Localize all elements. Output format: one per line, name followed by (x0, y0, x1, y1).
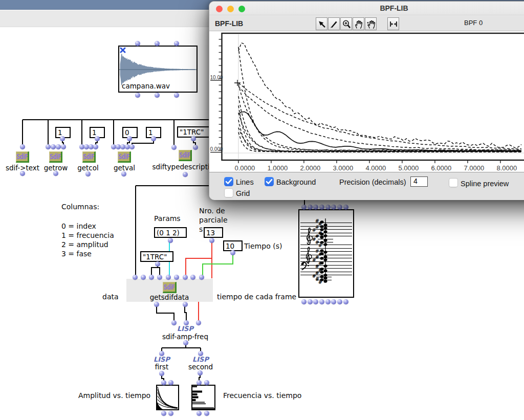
port-ball[interactable] (183, 340, 188, 345)
lisp-icon-second[interactable]: LISP (192, 356, 209, 363)
port-ball[interactable] (161, 380, 166, 385)
port-ball[interactable] (161, 411, 166, 416)
port-ball[interactable] (53, 171, 58, 176)
port-ball[interactable] (325, 205, 331, 210)
port-ball[interactable] (151, 136, 156, 141)
window-titlebar[interactable]: BPF-LIB (209, 2, 524, 15)
port-ball[interactable] (313, 299, 318, 304)
port-ball[interactable] (204, 380, 209, 385)
background-checkbox[interactable] (265, 177, 274, 186)
port-ball[interactable] (155, 93, 160, 98)
value-box-params[interactable]: (0 1 2) (154, 227, 187, 238)
port-ball[interactable] (60, 136, 65, 141)
port-ball[interactable] (325, 299, 331, 304)
port-ball[interactable] (56, 144, 61, 149)
getcol-box[interactable]: SdiF (82, 151, 96, 163)
port-ball[interactable] (155, 41, 160, 46)
precision-input[interactable]: 4 (410, 176, 428, 187)
port-ball[interactable] (133, 275, 138, 280)
port-ball[interactable] (93, 144, 98, 149)
port-ball[interactable] (196, 411, 202, 416)
arrow-tool-button[interactable] (316, 17, 328, 30)
port-ball[interactable] (141, 275, 146, 280)
port-ball[interactable] (308, 205, 313, 210)
port-ball[interactable] (191, 136, 196, 141)
close-icon[interactable] (120, 47, 126, 53)
port-ball[interactable] (154, 302, 159, 307)
getrow-box[interactable]: SdiF (49, 151, 62, 163)
port-ball[interactable] (193, 145, 198, 150)
sdiftypedescription-box[interactable]: SdiF (179, 150, 192, 161)
port-ball[interactable] (121, 171, 126, 176)
port-ball[interactable] (301, 299, 307, 304)
port-ball[interactable] (198, 370, 203, 375)
sdif-icon-getsdifdata[interactable]: SdiF (163, 282, 177, 293)
port-ball[interactable] (196, 320, 201, 325)
port-ball[interactable] (51, 144, 56, 149)
port-ball[interactable] (204, 411, 209, 416)
port-ball[interactable] (46, 144, 51, 149)
value-box-partials[interactable]: 13 (204, 227, 223, 238)
port-ball[interactable] (343, 299, 348, 304)
port-ball[interactable] (308, 299, 313, 304)
fit-tool-button[interactable] (387, 17, 399, 30)
sound-box-campana[interactable]: campana.wav (118, 46, 198, 93)
getval-box[interactable]: SdiF (118, 151, 131, 163)
port-ball[interactable] (20, 144, 25, 149)
lisp-icon-first[interactable]: LISP (154, 356, 170, 363)
port-ball[interactable] (331, 299, 336, 304)
port-ball[interactable] (209, 238, 214, 243)
port-ball[interactable] (174, 41, 179, 46)
port-ball[interactable] (166, 275, 171, 280)
port-ball[interactable] (61, 144, 66, 149)
port-ball[interactable] (199, 275, 204, 280)
spline-preview-checkbox[interactable] (449, 178, 458, 187)
port-ball[interactable] (301, 205, 307, 210)
value-box-time[interactable]: 10 (223, 240, 243, 251)
port-ball[interactable] (129, 144, 135, 149)
port-ball[interactable] (85, 171, 91, 176)
port-ball[interactable] (135, 41, 140, 46)
chord-seq-box[interactable]: #################### (298, 209, 354, 298)
pen-tool-button[interactable] (328, 17, 340, 30)
zoom-tool-button[interactable] (340, 17, 352, 30)
port-ball[interactable] (95, 136, 100, 141)
port-ball[interactable] (159, 351, 164, 356)
port-ball[interactable] (168, 411, 173, 416)
grid-checkbox[interactable] (224, 188, 233, 197)
port-ball[interactable] (171, 320, 177, 325)
port-ball[interactable] (149, 275, 154, 280)
port-ball[interactable] (337, 205, 342, 210)
port-ball[interactable] (168, 238, 173, 243)
bpf-thumb-frequency[interactable] (191, 385, 215, 410)
port-ball[interactable] (196, 380, 202, 385)
bpf-thumb-amplitude[interactable] (156, 385, 179, 410)
port-ball[interactable] (230, 250, 235, 255)
port-ball[interactable] (313, 205, 318, 210)
port-ball[interactable] (20, 171, 25, 176)
lines-checkbox[interactable] (224, 177, 233, 186)
port-ball[interactable] (135, 93, 140, 98)
port-ball[interactable] (198, 351, 203, 356)
lisp-icon-sdif-amp-freq[interactable]: LISP (177, 325, 193, 333)
port-ball[interactable] (171, 145, 177, 150)
port-ball[interactable] (174, 93, 179, 98)
port-ball[interactable] (183, 302, 188, 307)
hand-scroll-tool-button[interactable] (365, 17, 377, 30)
sdif-to-text-box[interactable]: SdiF (16, 151, 29, 163)
port-ball[interactable] (183, 172, 188, 177)
port-ball[interactable] (319, 299, 324, 304)
port-ball[interactable] (159, 371, 164, 376)
port-ball[interactable] (331, 205, 336, 210)
port-ball[interactable] (337, 299, 342, 304)
port-ball[interactable] (157, 275, 162, 280)
port-ball[interactable] (174, 275, 179, 280)
port-ball[interactable] (168, 380, 173, 385)
port-ball[interactable] (155, 261, 160, 267)
value-box-stream[interactable]: "1TRC" (140, 251, 173, 262)
bpf-plot-area[interactable]: 10.000.0000.00001.00002.00003.00004.0000… (209, 31, 524, 172)
port-ball[interactable] (184, 320, 189, 325)
port-ball[interactable] (319, 205, 324, 210)
port-ball[interactable] (343, 205, 348, 210)
port-ball[interactable] (190, 275, 195, 280)
